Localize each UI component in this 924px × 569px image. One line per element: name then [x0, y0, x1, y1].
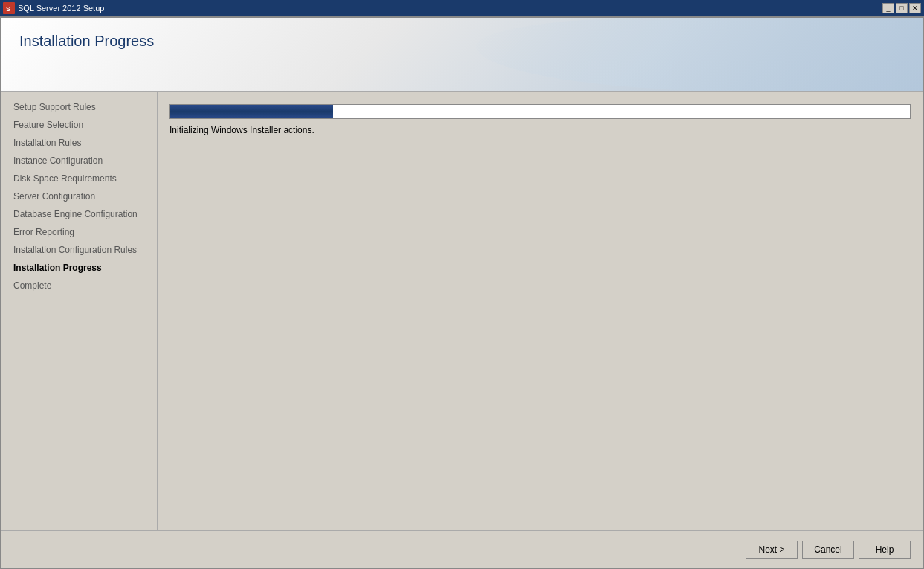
- main-content: Initializing Windows Installer actions.: [158, 92, 923, 530]
- sidebar-item-feature-selection: Feature Selection: [1, 116, 157, 134]
- progress-status-text: Initializing Windows Installer actions.: [169, 125, 911, 135]
- sidebar-item-instance-configuration: Instance Configuration: [1, 152, 157, 170]
- sidebar-item-setup-support-rules: Setup Support Rules: [1, 98, 157, 116]
- header: Installation Progress: [1, 18, 923, 92]
- title-bar: S SQL Server 2012 Setup _ □ ✕: [0, 0, 924, 16]
- sidebar-item-installation-progress: Installation Progress: [1, 259, 157, 277]
- progress-bar-container: [169, 104, 911, 119]
- minimize-button[interactable]: _: [882, 3, 894, 13]
- sidebar-item-installation-rules: Installation Rules: [1, 134, 157, 152]
- bottom-bar: Next > Cancel Help: [1, 530, 923, 568]
- sidebar-item-complete: Complete: [1, 277, 157, 295]
- sidebar-item-server-configuration: Server Configuration: [1, 187, 157, 205]
- cancel-button[interactable]: Cancel: [802, 541, 854, 559]
- window-title: SQL Server 2012 Setup: [18, 4, 879, 13]
- sidebar-item-error-reporting: Error Reporting: [1, 223, 157, 241]
- page-title: Installation Progress: [19, 33, 154, 50]
- next-button[interactable]: Next >: [746, 541, 798, 559]
- progress-bar-fill: [170, 105, 333, 118]
- main-window: Installation Progress Setup Support Rule…: [0, 16, 924, 569]
- svg-text:S: S: [6, 5, 10, 13]
- sidebar: Setup Support RulesFeature SelectionInst…: [1, 92, 158, 530]
- sidebar-item-installation-configuration-rules: Installation Configuration Rules: [1, 241, 157, 259]
- help-button[interactable]: Help: [859, 541, 911, 559]
- close-button[interactable]: ✕: [909, 3, 921, 13]
- maximize-button[interactable]: □: [896, 3, 908, 13]
- app-icon: S: [3, 2, 15, 14]
- content-area: Setup Support RulesFeature SelectionInst…: [1, 92, 923, 530]
- sidebar-item-database-engine-configuration: Database Engine Configuration: [1, 205, 157, 223]
- sidebar-item-disk-space-requirements: Disk Space Requirements: [1, 170, 157, 187]
- window-controls: _ □ ✕: [882, 3, 921, 13]
